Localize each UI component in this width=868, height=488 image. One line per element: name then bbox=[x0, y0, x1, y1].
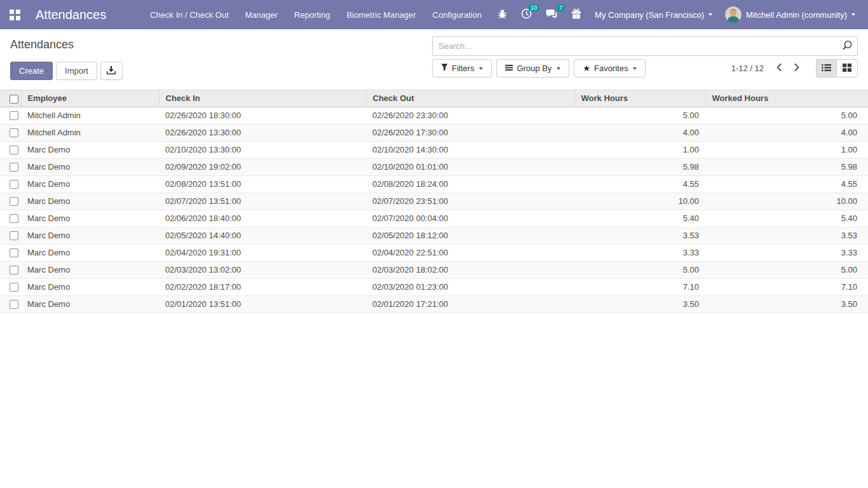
row-checkbox[interactable] bbox=[10, 180, 18, 189]
list-view-icon bbox=[822, 64, 831, 74]
cell-check-in: 02/09/2020 19:02:00 bbox=[159, 158, 366, 175]
select-all-checkbox[interactable] bbox=[10, 95, 18, 104]
company-switcher[interactable]: My Company (San Francisco) bbox=[588, 0, 719, 29]
row-checkbox[interactable] bbox=[10, 231, 18, 240]
nav-menu-item[interactable]: Configuration bbox=[424, 0, 490, 29]
gift-icon bbox=[571, 8, 581, 21]
column-header-work-hours[interactable]: Work Hours bbox=[574, 90, 705, 107]
table-row[interactable]: Mitchell Admin 02/26/2020 13:30:00 02/26… bbox=[0, 124, 868, 141]
cell-work-hours: 4.00 bbox=[574, 124, 705, 141]
table-row[interactable]: Marc Demo 02/03/2020 13:02:00 02/03/2020… bbox=[0, 261, 868, 278]
list-view-button[interactable] bbox=[816, 59, 837, 78]
cell-worked-hours: 3.33 bbox=[705, 244, 868, 261]
pager-next-button[interactable] bbox=[788, 62, 806, 75]
search-input[interactable] bbox=[432, 36, 858, 56]
table-row[interactable]: Marc Demo 02/01/2020 13:51:00 02/01/2020… bbox=[0, 295, 868, 313]
cell-check-out: 02/10/2020 14:30:00 bbox=[366, 141, 574, 158]
cell-check-out: 02/03/2020 18:02:00 bbox=[366, 261, 574, 278]
messages-button[interactable]: 7 bbox=[539, 0, 564, 29]
cell-worked-hours: 4.00 bbox=[705, 124, 868, 141]
user-name: Mitchell Admin (community) bbox=[746, 10, 847, 20]
bars-icon bbox=[505, 64, 513, 73]
row-checkbox[interactable] bbox=[10, 248, 18, 257]
cell-check-out: 02/05/2020 18:12:00 bbox=[366, 227, 574, 244]
cell-check-out: 02/03/2020 01:23:00 bbox=[366, 278, 574, 295]
chevron-down-icon bbox=[557, 67, 560, 70]
cell-work-hours: 10.00 bbox=[574, 193, 705, 210]
table-row[interactable]: Marc Demo 02/07/2020 13:51:00 02/07/2020… bbox=[0, 193, 868, 210]
apps-menu-button[interactable] bbox=[0, 0, 29, 29]
table-row[interactable]: Mitchell Admin 02/26/2020 18:30:00 02/26… bbox=[0, 107, 868, 124]
column-header-employee[interactable]: Employee bbox=[21, 90, 159, 107]
cell-worked-hours: 5.98 bbox=[705, 158, 868, 175]
column-header-check-out[interactable]: Check Out bbox=[366, 90, 574, 107]
nav-menu-item[interactable]: Check In / Check Out bbox=[142, 0, 237, 29]
nav-menu-item[interactable]: Biometric Manager bbox=[338, 0, 424, 29]
row-checkbox[interactable] bbox=[10, 111, 18, 120]
chevron-left-icon bbox=[775, 64, 783, 74]
cell-employee: Marc Demo bbox=[21, 261, 159, 278]
chevron-down-icon bbox=[633, 67, 637, 70]
cell-worked-hours: 3.53 bbox=[705, 227, 868, 244]
table-row[interactable]: Marc Demo 02/06/2020 18:40:00 02/07/2020… bbox=[0, 210, 868, 227]
page-title: Attendances bbox=[10, 38, 123, 51]
avatar bbox=[725, 6, 742, 23]
cell-work-hours: 5.00 bbox=[574, 107, 705, 124]
cell-employee: Mitchell Admin bbox=[21, 107, 159, 124]
export-button[interactable] bbox=[100, 62, 123, 80]
cell-work-hours: 1.00 bbox=[574, 141, 705, 158]
navbar-systray: 10 7 M bbox=[491, 0, 868, 29]
table-row[interactable]: Marc Demo 02/04/2020 19:31:00 02/04/2020… bbox=[0, 244, 868, 261]
row-checkbox[interactable] bbox=[10, 128, 18, 137]
table-row[interactable]: Marc Demo 02/02/2020 18:17:00 02/03/2020… bbox=[0, 278, 868, 295]
row-checkbox[interactable] bbox=[10, 214, 18, 223]
user-menu[interactable]: Mitchell Admin (community) bbox=[719, 0, 862, 29]
cell-check-out: 02/01/2020 17:21:00 bbox=[366, 295, 574, 313]
rewards-button[interactable] bbox=[564, 0, 588, 29]
nav-menu-item[interactable]: Reporting bbox=[286, 0, 338, 29]
cell-employee: Mitchell Admin bbox=[21, 124, 159, 141]
table-row[interactable]: Marc Demo 02/05/2020 14:40:00 02/05/2020… bbox=[0, 227, 868, 244]
column-header-worked-hours[interactable]: Worked Hours bbox=[705, 90, 868, 107]
view-switcher bbox=[816, 59, 858, 78]
row-checkbox[interactable] bbox=[10, 163, 18, 172]
cell-work-hours: 5.98 bbox=[574, 158, 705, 175]
import-button[interactable]: Import bbox=[56, 62, 97, 80]
cell-check-in: 02/04/2020 19:31:00 bbox=[159, 244, 366, 261]
cell-worked-hours: 5.00 bbox=[705, 107, 868, 124]
cell-worked-hours: 3.50 bbox=[705, 295, 868, 313]
app-brand[interactable]: Attendances bbox=[29, 0, 112, 29]
cell-check-in: 02/03/2020 13:02:00 bbox=[159, 261, 366, 278]
cell-check-in: 02/06/2020 18:40:00 bbox=[159, 210, 366, 227]
search-button[interactable] bbox=[839, 39, 855, 54]
cell-employee: Marc Demo bbox=[21, 278, 159, 295]
cell-employee: Marc Demo bbox=[21, 158, 159, 175]
cell-work-hours: 7.10 bbox=[574, 278, 705, 295]
row-checkbox[interactable] bbox=[10, 197, 18, 206]
pager-previous-button[interactable] bbox=[770, 62, 788, 75]
table-row[interactable]: Marc Demo 02/09/2020 19:02:00 02/10/2020… bbox=[0, 158, 868, 175]
bug-icon bbox=[498, 9, 507, 21]
cell-worked-hours: 4.55 bbox=[705, 175, 868, 193]
filters-dropdown[interactable]: Filters bbox=[432, 59, 492, 78]
cell-worked-hours: 5.00 bbox=[705, 261, 868, 278]
attendance-table: Employee Check In Check Out Work Hours W… bbox=[0, 90, 868, 313]
control-panel: Attendances Create Import bbox=[0, 29, 868, 80]
row-checkbox[interactable] bbox=[10, 146, 18, 154]
pager-count: 1-12 / 12 bbox=[731, 64, 764, 73]
create-button[interactable]: Create bbox=[10, 62, 53, 80]
table-row[interactable]: Marc Demo 02/10/2020 13:30:00 02/10/2020… bbox=[0, 141, 868, 158]
favorites-dropdown[interactable]: ★ Favorites bbox=[574, 59, 646, 78]
table-row[interactable]: Marc Demo 02/08/2020 13:51:00 02/08/2020… bbox=[0, 175, 868, 193]
chevron-down-icon bbox=[479, 67, 483, 70]
debug-button[interactable] bbox=[491, 0, 514, 29]
row-checkbox[interactable] bbox=[10, 283, 18, 292]
search-bar bbox=[432, 36, 858, 56]
kanban-view-button[interactable] bbox=[837, 59, 858, 78]
column-header-check-in[interactable]: Check In bbox=[159, 90, 366, 107]
row-checkbox[interactable] bbox=[10, 266, 18, 274]
group-by-dropdown[interactable]: Group By bbox=[496, 59, 569, 78]
row-checkbox[interactable] bbox=[10, 300, 18, 309]
nav-menu-item[interactable]: Manager bbox=[237, 0, 286, 29]
activities-button[interactable]: 10 bbox=[514, 0, 539, 29]
